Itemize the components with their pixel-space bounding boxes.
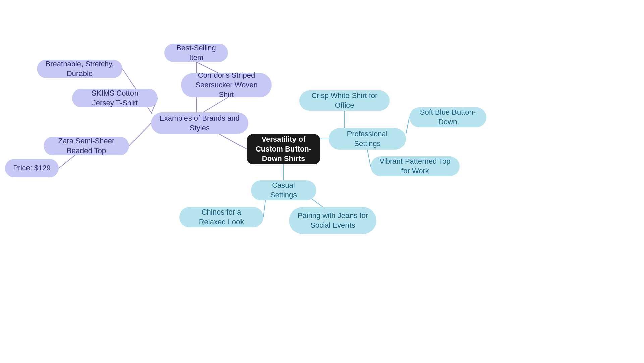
examples-node: Examples of Brands and Styles — [151, 112, 248, 134]
casual-node: Casual Settings — [251, 180, 316, 200]
svg-line-10 — [406, 117, 409, 134]
center-node: Versatility of Custom Button-Down Shirts — [247, 134, 320, 164]
svg-line-11 — [367, 150, 371, 167]
vibrant-node: Vibrant Patterned Top for Work — [371, 156, 460, 176]
jeans-node: Pairing with Jeans for Social Events — [289, 207, 376, 234]
best-selling-node: Best-Selling Item — [164, 44, 228, 62]
zara-node: Zara Semi-Sheer Beaded Top — [44, 137, 129, 155]
soft-blue-node: Soft Blue Button-Down — [409, 107, 486, 127]
professional-node: Professional Settings — [329, 128, 406, 150]
chinos-node: Chinos for a Relaxed Look — [179, 207, 263, 227]
price-node: Price: $129 — [5, 159, 59, 177]
corridor-node: Corridor's Striped Seersucker Woven Shir… — [181, 73, 272, 97]
breathable-node: Breathable, Stretchy, Durable — [37, 60, 122, 78]
crisp-white-node: Crisp White Shirt for Office — [299, 90, 390, 111]
skims-node: SKIMS Cotton Jersey T-Shirt — [72, 89, 158, 107]
svg-line-6 — [129, 123, 151, 146]
